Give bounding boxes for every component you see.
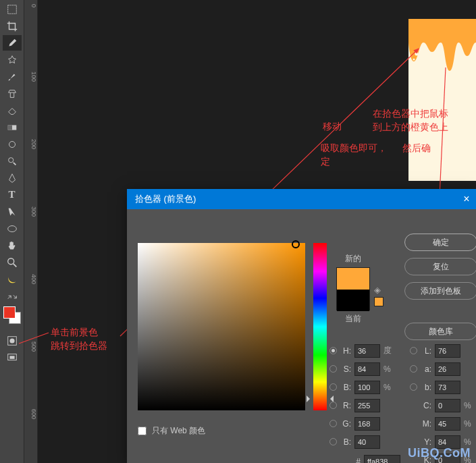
color-cursor — [292, 240, 300, 248]
swap-colors-icon[interactable] — [3, 292, 22, 302]
type-tool[interactable]: T — [3, 187, 22, 202]
gradient-tool[interactable] — [3, 119, 22, 135]
honey-artwork — [408, 19, 476, 181]
radio-l[interactable] — [410, 347, 417, 354]
swatch-compare: 新的 当前 — [336, 253, 370, 325]
honey-drip-shape — [408, 19, 476, 100]
hue-slider[interactable] — [313, 243, 327, 410]
svg-point-7 — [7, 258, 14, 264]
watermark: UiBQ.CoM — [408, 446, 471, 460]
ruler-tick: 500 — [24, 342, 37, 342]
svg-rect-0 — [7, 5, 16, 13]
radio-bb[interactable] — [329, 438, 337, 445]
radio-b2[interactable] — [410, 383, 417, 391]
svg-point-13 — [415, 53, 419, 56]
blemish-tool[interactable] — [3, 52, 22, 67]
svg-line-5 — [13, 162, 16, 165]
radio-g[interactable] — [329, 420, 337, 427]
rect-select-tool[interactable] — [3, 1, 22, 17]
b2-input[interactable] — [435, 381, 460, 394]
path-select-tool[interactable] — [3, 204, 22, 219]
bv-input[interactable] — [354, 381, 380, 394]
ellipse-tool[interactable] — [3, 221, 22, 236]
current-label: 当前 — [336, 313, 370, 325]
pen-tool[interactable] — [3, 170, 22, 186]
ruler-tick: 100 — [24, 72, 37, 72]
eyedropper-tool[interactable] — [3, 35, 22, 51]
h-input[interactable] — [354, 344, 380, 358]
ruler-tick: 400 — [24, 274, 37, 275]
eraser-tool[interactable] — [3, 103, 22, 118]
ruler-tick: 0 — [24, 4, 37, 5]
vertical-ruler: 0 100 200 300 400 500 600 — [24, 0, 38, 463]
banana-tool[interactable] — [3, 271, 22, 287]
fg-bg-swatch[interactable] — [3, 306, 22, 325]
s-input[interactable] — [354, 362, 380, 376]
hex-input[interactable] — [364, 455, 400, 464]
dialog-title: 拾色器 (前景色) — [135, 193, 196, 205]
new-color-swatch[interactable] — [337, 268, 369, 290]
radio-s[interactable] — [329, 365, 337, 373]
bb-input[interactable] — [354, 435, 380, 449]
svg-point-3 — [9, 141, 15, 147]
radio-a[interactable] — [410, 365, 417, 373]
svg-point-10 — [9, 338, 14, 343]
m-input[interactable] — [435, 417, 460, 431]
crop-tool[interactable] — [3, 18, 22, 34]
dialog-titlebar[interactable]: 拾色器 (前景色) × — [127, 189, 476, 209]
reset-button[interactable]: 复位 — [404, 258, 476, 275]
svg-point-14 — [413, 59, 415, 61]
add-swatch-button[interactable]: 添加到色板 — [404, 282, 476, 300]
ruler-tick: 300 — [24, 207, 37, 207]
l-input[interactable] — [435, 344, 460, 358]
color-inputs: H:度 S:% B:% R: G: B: # L: a: b: C:% M:% … — [329, 342, 475, 463]
svg-rect-12 — [9, 356, 14, 359]
clone-tool[interactable] — [3, 86, 22, 101]
dodge-tool[interactable] — [3, 153, 22, 169]
tools-toolbar: T — [0, 0, 24, 463]
new-label: 新的 — [336, 253, 370, 265]
svg-point-6 — [7, 225, 16, 232]
hand-tool[interactable] — [3, 238, 22, 253]
hue-slider-thumb[interactable] — [309, 396, 331, 402]
ruler-tick: 600 — [24, 409, 37, 410]
radio-bv[interactable] — [329, 383, 337, 391]
color-field[interactable] — [138, 243, 305, 410]
current-color-swatch[interactable] — [337, 290, 369, 311]
brush-tool[interactable] — [3, 69, 22, 84]
websafe-swatch[interactable] — [374, 297, 384, 306]
screenmode-tool[interactable] — [3, 350, 22, 365]
radio-r[interactable] — [329, 402, 337, 409]
cube-icon[interactable]: ◈ — [374, 285, 381, 295]
smudge-tool[interactable] — [3, 136, 22, 152]
color-lib-button[interactable]: 颜色库 — [404, 323, 476, 340]
c-input[interactable] — [435, 399, 460, 412]
fg-color-swatch[interactable] — [3, 306, 16, 319]
close-icon[interactable]: × — [457, 189, 476, 209]
web-only-input[interactable] — [138, 427, 147, 435]
ok-button[interactable]: 确定 — [404, 234, 476, 251]
ruler-tick: 200 — [24, 139, 37, 140]
zoom-tool[interactable] — [3, 254, 22, 270]
radio-h[interactable] — [329, 347, 337, 354]
color-picker-dialog: 拾色器 (前景色) × 新的 当前 ◈ 只有 Web 颜色 确定 复位 添加到 — [127, 189, 476, 463]
web-only-checkbox[interactable]: 只有 Web 颜色 — [138, 425, 205, 437]
quickmask-tool[interactable] — [3, 333, 22, 348]
svg-rect-2 — [7, 125, 11, 130]
a-input[interactable] — [435, 362, 460, 376]
g-input[interactable] — [354, 417, 380, 431]
svg-line-8 — [13, 263, 16, 267]
svg-point-4 — [8, 157, 13, 162]
r-input[interactable] — [354, 399, 380, 412]
